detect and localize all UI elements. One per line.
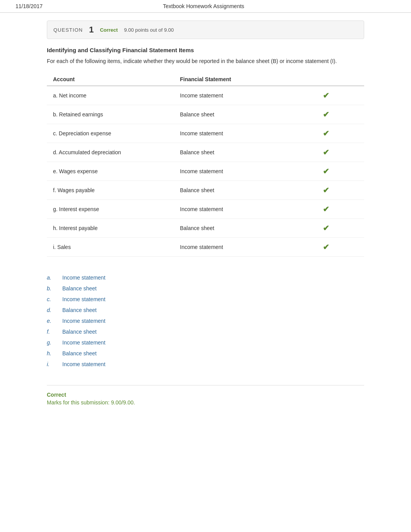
table-row: i. Sales Income statement ✔ bbox=[47, 238, 364, 257]
question-title: Identifying and Classifying Financial St… bbox=[47, 47, 364, 53]
account-name: f. Wages payable bbox=[47, 181, 174, 200]
account-name: i. Sales bbox=[47, 238, 174, 257]
answers-section: a. Income statement b. Balance sheet c. … bbox=[47, 272, 364, 370]
answer-letter: h. bbox=[47, 350, 62, 356]
answer-letter: e. bbox=[47, 318, 62, 324]
answer-value: Income statement bbox=[62, 318, 105, 324]
question-points: 9.00 points out of 9.00 bbox=[124, 27, 174, 33]
check-icon: ✔ bbox=[317, 219, 364, 238]
account-name: e. Wages expense bbox=[47, 162, 174, 181]
table-row: d. Accumulated depreciation Balance shee… bbox=[47, 143, 364, 162]
account-name: a. Net income bbox=[47, 86, 174, 105]
check-icon: ✔ bbox=[317, 143, 364, 162]
answer-item: b. Balance sheet bbox=[47, 283, 364, 294]
financial-statement: Income statement bbox=[174, 162, 317, 181]
financial-statement: Income statement bbox=[174, 124, 317, 143]
check-icon: ✔ bbox=[317, 124, 364, 143]
answer-letter: g. bbox=[47, 339, 62, 346]
financial-statement: Income statement bbox=[174, 200, 317, 219]
answer-item: d. Balance sheet bbox=[47, 305, 364, 315]
answer-letter: c. bbox=[47, 296, 62, 302]
main-container: QUESTION 1 Correct 9.00 points out of 9.… bbox=[31, 13, 380, 413]
answer-item: f. Balance sheet bbox=[47, 326, 364, 337]
accounts-table: Account Financial Statement a. Net incom… bbox=[47, 73, 364, 257]
account-name: b. Retained earnings bbox=[47, 105, 174, 124]
answer-item: c. Income statement bbox=[47, 294, 364, 305]
table-header-row: Account Financial Statement bbox=[47, 73, 364, 86]
page-date: 11/18/2017 bbox=[15, 3, 43, 9]
question-status: Correct bbox=[100, 27, 118, 33]
financial-statement: Income statement bbox=[174, 86, 317, 105]
table-row: b. Retained earnings Balance sheet ✔ bbox=[47, 105, 364, 124]
table-row: f. Wages payable Balance sheet ✔ bbox=[47, 181, 364, 200]
answer-item: i. Income statement bbox=[47, 359, 364, 370]
feedback-section: Correct Marks for this submission: 9.00/… bbox=[47, 385, 364, 406]
question-banner: QUESTION 1 Correct 9.00 points out of 9.… bbox=[47, 20, 364, 39]
check-icon: ✔ bbox=[317, 200, 364, 219]
answer-letter: b. bbox=[47, 285, 62, 292]
question-number: 1 bbox=[89, 25, 94, 35]
table-row: c. Depreciation expense Income statement… bbox=[47, 124, 364, 143]
account-name: d. Accumulated depreciation bbox=[47, 143, 174, 162]
financial-statement: Balance sheet bbox=[174, 219, 317, 238]
page-title: Textbook Homework Assignments bbox=[163, 3, 244, 9]
answer-value: Income statement bbox=[62, 361, 105, 367]
answer-letter: d. bbox=[47, 307, 62, 313]
answer-value: Balance sheet bbox=[62, 307, 97, 313]
table-row: h. Interest payable Balance sheet ✔ bbox=[47, 219, 364, 238]
financial-statement: Balance sheet bbox=[174, 105, 317, 124]
answer-item: g. Income statement bbox=[47, 337, 364, 348]
check-icon: ✔ bbox=[317, 238, 364, 257]
table-row: g. Interest expense Income statement ✔ bbox=[47, 200, 364, 219]
answer-letter: i. bbox=[47, 361, 62, 367]
account-name: g. Interest expense bbox=[47, 200, 174, 219]
answer-item: h. Balance sheet bbox=[47, 348, 364, 359]
account-name: c. Depreciation expense bbox=[47, 124, 174, 143]
page-header: 11/18/2017 Textbook Homework Assignments bbox=[0, 0, 411, 13]
answer-letter: a. bbox=[47, 275, 62, 281]
table-row: e. Wages expense Income statement ✔ bbox=[47, 162, 364, 181]
feedback-status: Correct bbox=[47, 392, 364, 398]
answer-value: Income statement bbox=[62, 275, 105, 281]
question-label: QUESTION bbox=[53, 27, 83, 33]
account-name: h. Interest payable bbox=[47, 219, 174, 238]
answer-item: a. Income statement bbox=[47, 272, 364, 283]
check-icon: ✔ bbox=[317, 162, 364, 181]
check-icon: ✔ bbox=[317, 181, 364, 200]
financial-statement: Balance sheet bbox=[174, 181, 317, 200]
answer-letter: f. bbox=[47, 329, 62, 335]
answer-value: Balance sheet bbox=[62, 329, 97, 335]
answer-item: e. Income statement bbox=[47, 315, 364, 326]
answer-value: Income statement bbox=[62, 296, 105, 302]
table-row: a. Net income Income statement ✔ bbox=[47, 86, 364, 105]
col1-header: Account bbox=[47, 73, 174, 86]
col2-header: Financial Statement bbox=[174, 73, 317, 86]
answer-value: Income statement bbox=[62, 339, 105, 346]
financial-statement: Balance sheet bbox=[174, 143, 317, 162]
check-icon: ✔ bbox=[317, 105, 364, 124]
question-instruction: For each of the following items, indicat… bbox=[47, 57, 364, 65]
feedback-marks: Marks for this submission: 9.00/9.00. bbox=[47, 399, 364, 406]
answer-value: Balance sheet bbox=[62, 285, 97, 292]
answer-value: Balance sheet bbox=[62, 350, 97, 356]
check-icon: ✔ bbox=[317, 86, 364, 105]
financial-statement: Income statement bbox=[174, 238, 317, 257]
